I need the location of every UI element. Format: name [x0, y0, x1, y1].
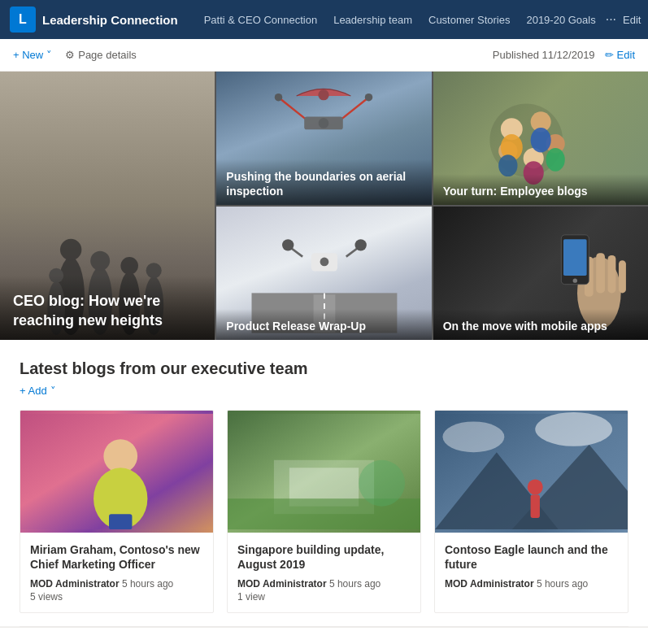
hero-main-tile[interactable]: CEO blog: How we're reaching new heights: [0, 72, 215, 340]
latest-blogs-title: Latest blogs from our executive team: [20, 359, 628, 378]
hero-section: CEO blog: How we're reaching new heights…: [0, 72, 648, 340]
edit-page-button[interactable]: ✏ Edit: [605, 49, 635, 61]
blog-card-author-1: MOD Administrator: [30, 578, 120, 590]
blog-card-2[interactable]: Singapore building update, August 2019 M…: [227, 410, 421, 613]
top-nav: L Leadership Connection Patti & CEO Conn…: [0, 0, 648, 39]
svg-point-35: [354, 239, 366, 250]
blog-card-1[interactable]: Miriam Graham, Contoso's new Chief Marke…: [20, 410, 214, 613]
nav-actions: Edit ★ Following ↗ Share site: [623, 14, 648, 26]
svg-point-36: [320, 258, 328, 267]
hero-tile-aerial[interactable]: Pushing the boundaries on aerial inspect…: [216, 72, 431, 205]
hero-tile2-title: Your turn: Employee blogs: [443, 184, 638, 198]
svg-rect-43: [563, 239, 587, 276]
hero-tile4-title: On the move with mobile apps: [443, 319, 638, 333]
edit-label: Edit: [617, 49, 635, 61]
blog-card-views-2: 1 view: [237, 591, 411, 603]
blog-card-title-3[interactable]: Contoso Eagle launch and the future: [445, 542, 618, 572]
page-details-label: Page details: [78, 49, 137, 61]
blog-card-body-3: Contoso Eagle launch and the future MOD …: [435, 533, 628, 601]
toolbar-right: Published 11/12/2019 ✏ Edit: [493, 49, 635, 61]
hero-tile-mobile[interactable]: On the move with mobile apps: [433, 207, 648, 340]
svg-rect-39: [596, 253, 605, 293]
nav-link-leadership[interactable]: Leadership team: [327, 11, 419, 29]
svg-point-15: [319, 118, 329, 128]
svg-point-24: [530, 128, 550, 152]
new-button[interactable]: + New ˅: [13, 49, 52, 61]
blog-card-title-1[interactable]: Miriam Graham, Contoso's new Chief Marke…: [30, 542, 203, 572]
hero-tile1-title: Pushing the boundaries on aerial inspect…: [226, 169, 421, 198]
hero-main-title: CEO blog: How we're reaching new heights: [13, 292, 202, 330]
svg-rect-40: [608, 255, 616, 294]
svg-rect-60: [531, 494, 540, 517]
nav-link-patti[interactable]: Patti & CEO Connection: [198, 11, 324, 29]
blog-card-body-2: Singapore building update, August 2019 M…: [228, 533, 420, 612]
blog-card-title-2[interactable]: Singapore building update, August 2019: [237, 542, 411, 572]
hero-tile-drone[interactable]: Product Release Wrap-Up: [216, 207, 431, 340]
blog-card-author-3: MOD Administrator: [445, 578, 534, 590]
page-toolbar: + New ˅ ⚙ Page details Published 11/12/2…: [0, 39, 648, 72]
pencil-icon: ✏: [605, 49, 614, 61]
svg-point-34: [282, 239, 294, 250]
add-label: + Add: [20, 385, 47, 397]
svg-rect-41: [619, 260, 626, 293]
add-button[interactable]: + Add ˅: [20, 385, 628, 397]
nav-link-goals[interactable]: 2019-20 Goals: [520, 11, 602, 29]
blog-card-3[interactable]: Contoso Eagle launch and the future MOD …: [434, 410, 628, 613]
blog-card-views-1: 5 views: [30, 591, 203, 603]
svg-point-58: [535, 412, 612, 446]
blog-card-img-1: [20, 411, 213, 533]
hero-tile3-title: Product Release Wrap-Up: [226, 319, 421, 333]
edit-nav-button[interactable]: Edit: [623, 14, 641, 26]
svg-point-5: [120, 257, 138, 275]
new-chevron: ˅: [46, 49, 52, 61]
page-details-button[interactable]: ⚙ Page details: [65, 49, 137, 61]
svg-rect-48: [109, 514, 132, 529]
latest-blogs-section: Latest blogs from our executive team + A…: [0, 340, 648, 626]
gear-icon: ⚙: [65, 49, 75, 61]
add-chevron: ˅: [50, 385, 56, 397]
svg-point-3: [90, 251, 110, 271]
blog-card-time-label-1: 5 hours ago: [122, 578, 173, 590]
svg-point-1: [60, 239, 81, 260]
blog-card-img-3: [435, 411, 628, 533]
blog-cards: Miriam Graham, Contoso's new Chief Marke…: [20, 410, 628, 613]
svg-point-13: [365, 94, 373, 102]
svg-point-59: [528, 479, 543, 494]
nav-logo: L: [10, 7, 36, 33]
svg-point-57: [442, 421, 504, 452]
toolbar-left: + New ˅ ⚙ Page details: [13, 49, 137, 61]
hero-tile-employee[interactable]: Your turn: Employee blogs: [433, 72, 648, 205]
blog-card-body-1: Miriam Graham, Contoso's new Chief Marke…: [20, 533, 213, 612]
published-status: Published 11/12/2019: [493, 49, 595, 61]
svg-point-53: [359, 460, 405, 507]
nav-links: Patti & CEO Connection Leadership team C…: [198, 11, 616, 29]
nav-link-customer[interactable]: Customer Stories: [422, 11, 516, 29]
nav-title: Leadership Connection: [42, 13, 178, 27]
bottom-section: Monthly Q&As Each month all employees ar…: [0, 627, 648, 644]
blog-card-img-2: [228, 411, 420, 533]
new-label: + New: [13, 49, 43, 61]
svg-point-44: [573, 279, 577, 283]
blog-card-author-2: MOD Administrator: [237, 578, 327, 590]
svg-point-12: [275, 94, 283, 102]
blog-card-time-label-2: 5 hours ago: [329, 578, 381, 590]
svg-point-25: [546, 148, 564, 172]
svg-point-16: [319, 89, 329, 100]
blog-card-time-label-3: 5 hours ago: [537, 578, 588, 590]
nav-dots[interactable]: ···: [606, 12, 616, 27]
